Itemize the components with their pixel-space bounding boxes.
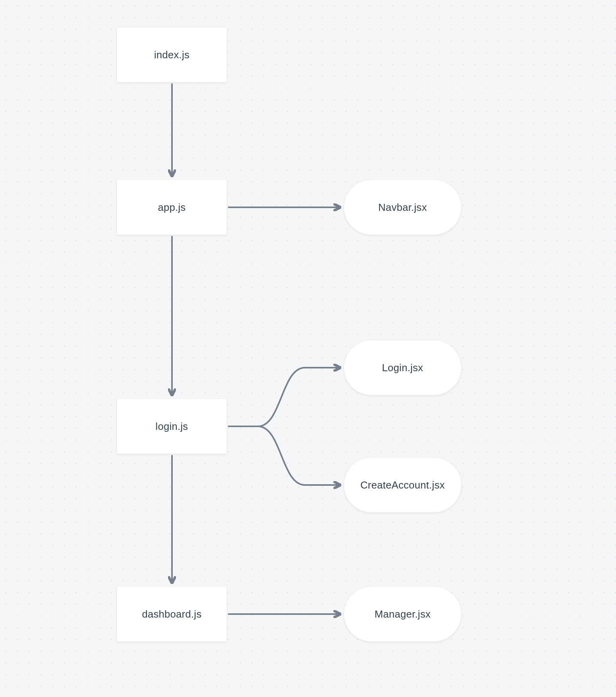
node-label: Login.jsx <box>382 362 423 374</box>
node-label: CreateAccount.jsx <box>360 479 445 491</box>
node-loginjsx: Login.jsx <box>344 340 461 395</box>
node-index: index.js <box>117 27 227 82</box>
node-navbar: Navbar.jsx <box>344 180 461 235</box>
node-dashboard: dashboard.js <box>117 587 227 641</box>
edges-layer <box>0 0 616 697</box>
edge-login-to-create <box>258 426 340 485</box>
node-label: dashboard.js <box>142 608 201 620</box>
node-app: app.js <box>117 180 227 235</box>
edge-login-to-loginjsx <box>258 368 340 426</box>
node-label: Manager.jsx <box>374 608 430 620</box>
node-manager: Manager.jsx <box>344 587 461 641</box>
node-create: CreateAccount.jsx <box>344 458 461 512</box>
node-label: Navbar.jsx <box>378 201 427 214</box>
node-login: login.js <box>117 399 227 454</box>
node-label: login.js <box>156 420 188 433</box>
node-label: app.js <box>158 201 186 214</box>
node-label: index.js <box>154 49 190 61</box>
